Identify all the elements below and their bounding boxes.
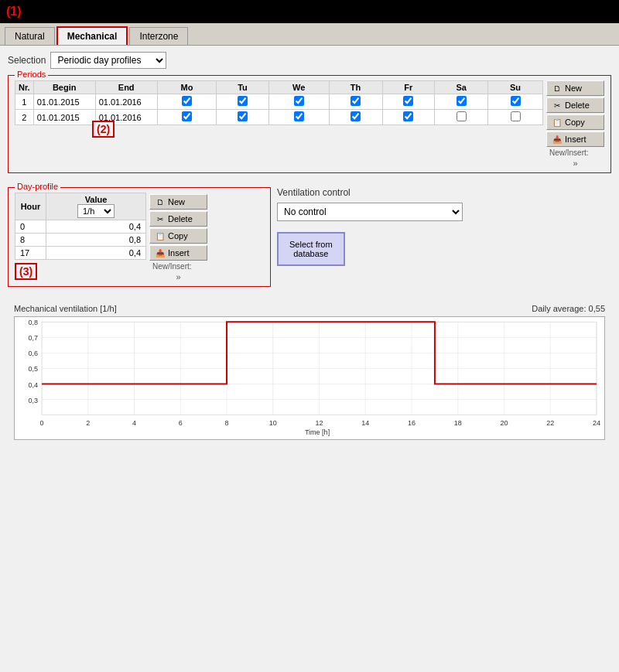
periods-table: Nr. Begin End Mo Tu We Th Fr Sa Su xyxy=(15,80,543,125)
col-begin: Begin xyxy=(33,81,95,94)
day-new-button[interactable]: 🗋 New xyxy=(149,194,207,210)
svg-text:2: 2 xyxy=(86,419,90,427)
day-copy-button[interactable]: 📋 Copy xyxy=(149,228,207,244)
day-insert-button[interactable]: 📥 Insert xyxy=(149,245,207,261)
chart-daily-avg: Daily average: 0,55 xyxy=(532,304,605,313)
period-2-nr: 2 xyxy=(15,110,34,125)
day-profile-area: Day-profile Hour Value xyxy=(8,187,271,293)
svg-text:8: 8 xyxy=(225,419,229,427)
svg-text:0: 0 xyxy=(40,419,44,427)
day-new-icon: 🗋 xyxy=(155,196,166,207)
selection-label: Selection xyxy=(8,55,46,66)
day-profile-section: Day-profile Hour Value xyxy=(8,187,271,287)
col-sa: Sa xyxy=(435,81,488,94)
col-tu: Tu xyxy=(217,81,269,94)
chart-area: 0,8 0,7 0,6 0,5 0,4 0,3 0 2 4 6 8 10 12 … xyxy=(14,316,605,440)
period-1-tu[interactable] xyxy=(217,94,269,110)
svg-text:18: 18 xyxy=(454,419,462,427)
chart-header: Mechanical ventilation [1/h] Daily avera… xyxy=(14,304,605,313)
ventilation-area: Ventilation control No control Temperatu… xyxy=(277,187,611,293)
period-row-1: 1 01.01.2015 01.01.2016 xyxy=(15,94,543,110)
svg-text:6: 6 xyxy=(179,419,183,427)
col-fr: Fr xyxy=(382,81,435,94)
tab-mechanical[interactable]: Mechanical xyxy=(56,26,128,45)
period-2-mo[interactable] xyxy=(157,110,216,125)
svg-text:16: 16 xyxy=(408,419,416,427)
svg-text:0,3: 0,3 xyxy=(29,397,39,404)
period-1-mo[interactable] xyxy=(157,94,216,110)
ventilation-select[interactable]: No control Temperature control CO2 contr… xyxy=(277,203,463,221)
day-table: Hour Value 1/h m³/h xyxy=(15,193,146,260)
selection-row: Selection Periodic day profiles Other op… xyxy=(8,52,611,69)
period-1-fr[interactable] xyxy=(382,94,435,110)
day-row-17: 17 0,4 xyxy=(15,247,146,260)
period-2-sa[interactable] xyxy=(435,110,488,125)
chart-title: Mechanical ventilation [1/h] xyxy=(14,304,117,313)
select-from-database-button[interactable]: Select from database xyxy=(277,232,345,266)
period-1-su[interactable] xyxy=(488,94,543,110)
period-2-we[interactable] xyxy=(268,110,329,125)
selection-dropdown[interactable]: Periodic day profiles Other option xyxy=(50,52,166,69)
insert-icon: 📥 xyxy=(552,134,563,145)
day-table-wrap: Hour Value 1/h m³/h xyxy=(15,193,146,281)
periods-new-button[interactable]: 🗋 New xyxy=(546,80,604,96)
period-2-fr[interactable] xyxy=(382,110,435,125)
period-2-su[interactable] xyxy=(488,110,543,125)
periods-copy-button[interactable]: 📋 Copy xyxy=(546,114,604,130)
chart-section: Mechanical ventilation [1/h] Daily avera… xyxy=(8,299,611,445)
periods-buttons: 🗋 New ✂ Delete 📋 Copy 📥 Insert New/Inser… xyxy=(546,80,604,168)
ventilation-dropdown: No control Temperature control CO2 contr… xyxy=(277,203,611,221)
period-1-we[interactable] xyxy=(268,94,329,110)
tab-interzone[interactable]: Interzone xyxy=(129,27,188,45)
svg-text:10: 10 xyxy=(269,419,277,427)
day-value-17: 0,4 xyxy=(46,247,146,260)
day-row-8: 8 0,8 xyxy=(15,234,146,247)
periods-new-insert-arrow: » xyxy=(546,159,604,168)
day-profile-buttons: 🗋 New ✂ Delete 📋 Copy 📥 xyxy=(149,193,207,281)
period-1-sa[interactable] xyxy=(435,94,488,110)
periods-insert-button[interactable]: 📥 Insert xyxy=(546,131,604,147)
svg-text:0,8: 0,8 xyxy=(29,319,39,326)
periods-area: Nr. Begin End Mo Tu We Th Fr Sa Su xyxy=(15,80,604,168)
periods-new-insert-label: New/Insert: xyxy=(546,148,604,157)
col-end: End xyxy=(95,81,157,94)
main-content: Selection Periodic day profiles Other op… xyxy=(0,46,619,451)
svg-text:4: 4 xyxy=(132,419,136,427)
annotation-3: (3) xyxy=(15,263,37,280)
day-value-8: 0,8 xyxy=(46,234,146,247)
svg-text:24: 24 xyxy=(593,419,600,427)
periods-section: Periods Nr. Begin End Mo Tu We Th Fr xyxy=(8,75,611,173)
day-insert-icon: 📥 xyxy=(155,247,166,258)
day-delete-button[interactable]: ✂ Delete xyxy=(149,211,207,227)
col-we: We xyxy=(268,81,329,94)
svg-text:0,5: 0,5 xyxy=(29,365,39,373)
tab-natural[interactable]: Natural xyxy=(5,27,55,45)
day-delete-icon: ✂ xyxy=(155,213,166,224)
annotation-2: (2) xyxy=(92,121,115,138)
middle-section: Day-profile Hour Value xyxy=(8,187,611,293)
period-2-th[interactable] xyxy=(329,110,382,125)
title-label: (1) xyxy=(6,5,22,19)
day-hour-8: 8 xyxy=(15,234,46,247)
day-hour-17: 17 xyxy=(15,247,46,260)
col-su: Su xyxy=(488,81,543,94)
delete-icon: ✂ xyxy=(552,100,563,111)
period-1-th[interactable] xyxy=(329,94,382,110)
day-copy-icon: 📋 xyxy=(155,230,166,241)
day-new-insert-label: New/Insert: xyxy=(149,262,207,271)
col-nr: Nr. xyxy=(15,81,34,94)
unit-select[interactable]: 1/h m³/h xyxy=(77,204,115,218)
period-2-tu[interactable] xyxy=(217,110,269,125)
day-col-hour: Hour xyxy=(15,193,46,220)
tabs-row: Natural Mechanical Interzone xyxy=(0,23,619,46)
svg-text:22: 22 xyxy=(546,419,554,427)
day-value-0: 0,4 xyxy=(46,220,146,234)
svg-text:Time [h]: Time [h] xyxy=(305,428,330,436)
svg-text:14: 14 xyxy=(361,419,369,427)
period-1-nr: 1 xyxy=(15,94,34,110)
periods-table-wrap: Nr. Begin End Mo Tu We Th Fr Sa Su xyxy=(15,80,543,125)
day-new-insert-arrow: » xyxy=(149,272,207,281)
periods-title: Periods xyxy=(15,70,48,79)
periods-delete-button[interactable]: ✂ Delete xyxy=(546,97,604,113)
day-hour-0: 0 xyxy=(15,220,46,234)
